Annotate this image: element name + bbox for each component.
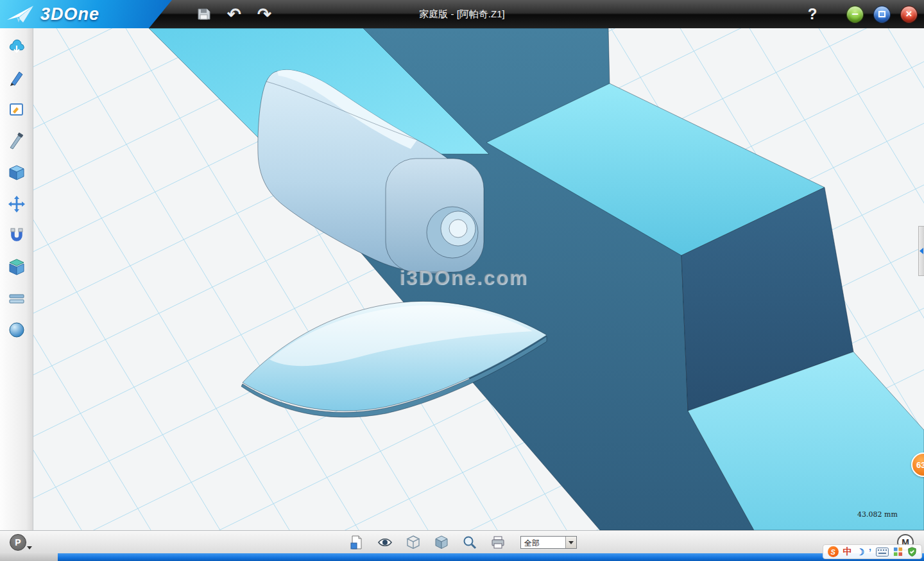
display-filter-dropdown-button[interactable]: [565, 537, 576, 548]
apache-model[interactable]: [149, 28, 924, 530]
tool-material-render[interactable]: [4, 320, 29, 340]
taskbar-strip: [0, 553, 924, 561]
tool-sketch-plane[interactable]: [4, 100, 29, 119]
shaded-display-button[interactable]: [432, 533, 451, 551]
sheet-view-button[interactable]: [347, 533, 366, 551]
help-button[interactable]: ?: [802, 0, 823, 28]
3d-viewport[interactable]: i3DOne.com 43.082 mm 63: [33, 28, 924, 530]
ime-status-bar: S 中 ☽ ’: [823, 544, 922, 559]
chevron-left-icon: [920, 248, 923, 254]
plan-view-button[interactable]: P: [10, 534, 26, 551]
tool-edit-trim[interactable]: [4, 132, 29, 151]
tool-model-library[interactable]: [4, 37, 29, 56]
app-logo-text: 3DOne: [40, 4, 99, 24]
tool-snap-assembly[interactable]: [4, 226, 29, 245]
zoom-icon: [462, 535, 477, 550]
magnet-icon: [8, 227, 26, 245]
taskbar-blue-bar: [58, 553, 924, 561]
3done-application-window: 3DOne ↶ ↷ 家庭版 - [阿帕奇.Z1] ? −: [0, 0, 924, 561]
redo-button[interactable]: ↷: [255, 4, 274, 24]
ime-keyboard-icon[interactable]: [876, 548, 889, 557]
sphere-icon: [8, 321, 26, 339]
window-controls: − ×: [846, 0, 918, 28]
zoom-button[interactable]: [460, 533, 479, 551]
window-title: 家庭版 - [阿帕奇.Z1]: [419, 0, 504, 28]
restore-button[interactable]: [873, 6, 891, 23]
sketch-page-icon: [8, 101, 26, 119]
paper-plane-icon: [6, 4, 35, 24]
restore-icon: [878, 11, 886, 17]
display-filter-value: 全部: [521, 537, 565, 548]
redo-icon: ↷: [257, 6, 271, 22]
titlebar-actions: ↶ ↷: [194, 0, 274, 28]
close-icon: ×: [906, 8, 912, 21]
ime-punct-icon[interactable]: ’: [869, 547, 871, 557]
app-logo: 3DOne: [0, 0, 172, 28]
dimension-readout: 43.082 mm: [857, 510, 898, 519]
save-button[interactable]: [194, 4, 214, 24]
minimize-icon: −: [851, 8, 859, 21]
view-controls-group: 全部: [347, 531, 577, 554]
cube-icon: [8, 164, 26, 182]
taskbar-corner: [0, 553, 58, 561]
ime-toolbox-icon[interactable]: [893, 547, 903, 557]
layered-cube-icon: [8, 258, 26, 276]
sheet-icon: [349, 535, 364, 550]
bottom-toolbar: P: [0, 530, 924, 553]
panel-expand-handle[interactable]: [918, 226, 924, 276]
undo-icon: ↶: [227, 6, 241, 22]
cloud-model-icon: [8, 38, 26, 56]
save-icon: [196, 6, 212, 22]
ime-moon-icon[interactable]: ☽: [857, 547, 865, 557]
ime-sogou-icon[interactable]: S: [828, 546, 839, 557]
tool-sketch-draw[interactable]: [4, 69, 29, 88]
close-button[interactable]: ×: [900, 6, 918, 23]
visibility-button[interactable]: [375, 533, 395, 551]
display-filter-select[interactable]: 全部: [520, 536, 577, 549]
tool-dimension[interactable]: [4, 289, 29, 308]
undo-button[interactable]: ↶: [225, 4, 244, 24]
pen-icon: [8, 69, 26, 87]
watermark: i3DOne.com: [399, 266, 528, 289]
left-toolbar: [0, 28, 33, 530]
wireframe-display-button[interactable]: [404, 533, 423, 551]
wireframe-cube-icon: [406, 535, 421, 550]
shaded-cube-icon: [434, 535, 449, 550]
nozzle-cap[interactable]: [449, 220, 467, 237]
plan-view-dropdown-caret[interactable]: [27, 546, 32, 549]
ruler-icon: [8, 289, 26, 307]
tool-transform-move[interactable]: [4, 194, 29, 214]
titlebar: 3DOne ↶ ↷ 家庭版 - [阿帕奇.Z1] ? −: [0, 0, 924, 28]
caret-down-icon: [569, 541, 574, 544]
tool-boolean-combine[interactable]: [4, 257, 29, 277]
print-icon: [490, 535, 506, 550]
ime-lang-indicator[interactable]: 中: [843, 546, 852, 558]
eye-icon: [377, 535, 393, 550]
minimize-button[interactable]: −: [846, 6, 864, 23]
tool-solid-primitive[interactable]: [4, 163, 29, 182]
knife-icon: [8, 132, 26, 150]
print-button[interactable]: [488, 533, 508, 551]
move-arrows-icon: [8, 195, 26, 213]
ime-shield-icon[interactable]: [907, 547, 917, 557]
